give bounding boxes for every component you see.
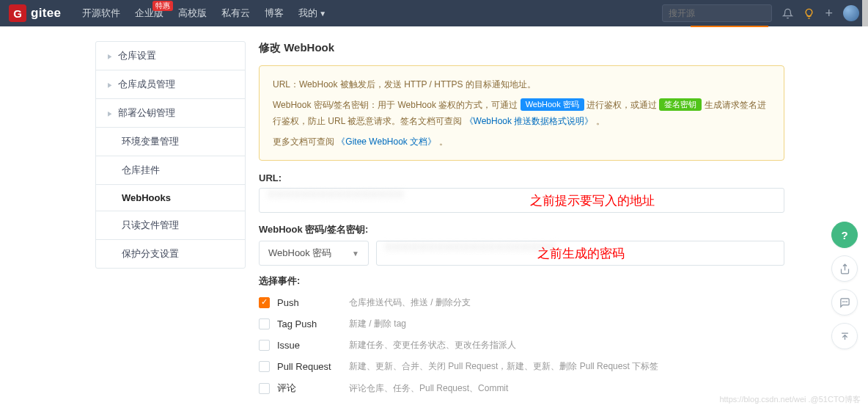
enterprise-badge: 特惠 [152,1,173,11]
link-push-format[interactable]: 《WebHook 推送数据格式说明》 [465,116,594,126]
avatar[interactable] [843,5,859,21]
events-list: Push仓库推送代码、推送 / 删除分支Tag Push新建 / 删除 tagI… [259,292,784,399]
svg-point-0 [842,301,843,302]
url-input[interactable]: XXXXXXXXXXXXXXXX [259,188,784,213]
sidebar-item-2[interactable]: ▸部署公钥管理 [96,99,245,128]
bell-icon[interactable] [782,8,793,19]
sidebar-item-7[interactable]: 保护分支设置 [96,240,245,268]
event-name: Push [277,297,349,308]
main-content: 修改 WebHook URL：WebHook 被触发后，发送 HTTP / HT… [259,41,784,408]
password-label: WebHook 密码/签名密钥: [259,223,784,236]
event-checkbox[interactable] [259,297,270,308]
sidebar-item-label: 仓库成员管理 [118,78,175,91]
caret-down-icon: ▼ [319,10,326,18]
event-row-3: Pull Request新建、更新、合并、关闭 Pull Request，新建、… [259,356,784,377]
svg-point-2 [846,301,847,302]
sidebar-item-label: 部署公钥管理 [118,106,175,120]
share-button[interactable] [831,255,858,282]
info-box: URL：WebHook 被触发后，发送 HTTP / HTTPS 的目标通知地址… [259,65,784,161]
sidebar-item-label: 仓库挂件 [122,164,160,177]
event-name: 评论 [277,382,349,395]
sidebar-item-4[interactable]: 仓库挂件 [96,156,245,185]
event-row-2: Issue新建任务、变更任务状态、更改任务指派人 [259,335,784,356]
nav-blog[interactable]: 博客 [258,7,290,20]
chevron-right-icon: ▸ [108,107,112,120]
chevron-right-icon: ▸ [108,79,112,91]
sidebar-item-label: 环境变量管理 [122,135,179,148]
event-desc: 评论仓库、任务、Pull Request、Commit [349,382,508,395]
link-webhook-docs[interactable]: 《Gitee WebHook 文档》 [336,136,436,147]
top-nav: 开源软件 企业版特惠 高校版 私有云 博客 我的▼ [76,7,333,20]
event-row-1: Tag Push新建 / 删除 tag [259,313,784,335]
sidebar-item-1[interactable]: ▸仓库成员管理 [96,70,245,99]
nav-opensource[interactable]: 开源软件 [76,7,127,20]
sidebar-item-6[interactable]: 只读文件管理 [96,211,245,240]
svg-point-1 [845,301,845,302]
info-line-url: URL：WebHook 被触发后，发送 HTTP / HTTPS 的目标通知地址… [273,76,770,92]
feedback-button[interactable] [831,289,858,316]
sidebar-item-3[interactable]: 环境变量管理 [96,128,245,156]
nav-edu[interactable]: 高校版 [172,7,213,20]
nav-mine-label: 我的 [298,7,317,18]
event-name: Tag Push [277,318,349,329]
search-input[interactable] [662,4,772,22]
pill-sign-key: 签名密钥 [659,98,702,111]
caret-down-icon: ▼ [352,249,359,258]
help-button[interactable]: ? [831,222,858,248]
sidebar-item-0[interactable]: ▸仓库设置 [96,42,245,70]
sidebar-item-label: 保护分支设置 [122,247,179,261]
nav-enterprise[interactable]: 企业版特惠 [128,7,170,20]
info-line-auth: WebHook 密码/签名密钥：用于 WebHook 鉴权的方式，可通过 Web… [273,97,770,129]
sidebar-item-label: 只读文件管理 [122,219,179,232]
event-checkbox[interactable] [259,383,270,394]
password-input[interactable]: XXXXXXXXXXXXXXXXXXXX [376,241,784,266]
float-buttons: ? [831,222,858,349]
events-label: 选择事件: [259,274,784,288]
topbar: G gitee 开源软件 企业版特惠 高校版 私有云 博客 我的▼ + [0,0,868,26]
nav-private[interactable]: 私有云 [215,7,257,20]
event-checkbox[interactable] [259,361,270,372]
event-desc: 仓库推送代码、推送 / 删除分支 [349,296,471,309]
event-name: Issue [277,340,349,351]
sidebar-item-label: 仓库设置 [118,49,156,62]
event-desc: 新建、更新、合并、关闭 Pull Request，新建、更新、删除 Pull R… [349,360,658,373]
event-checkbox[interactable] [259,318,270,329]
sidebar-item-5[interactable]: WebHooks [96,185,245,211]
lightbulb-icon[interactable] [803,8,814,19]
event-checkbox[interactable] [259,340,270,351]
url-label: URL: [259,172,784,183]
sidebar-item-label: WebHooks [122,192,171,203]
event-row-0: Push仓库推送代码、推送 / 删除分支 [259,292,784,313]
auth-type-select[interactable]: WebHook 密码 ▼ [259,241,369,266]
gitee-logo-icon[interactable]: G [9,4,26,22]
topbar-right: + [662,4,859,22]
plus-icon[interactable]: + [825,6,833,21]
scrollbar[interactable] [862,0,868,26]
watermark: https://blog.csdn.net/wei .@51CTO博客 [719,394,861,405]
info-line-docs: 更多文档可查阅 《Gitee WebHook 文档》 。 [273,134,770,150]
event-desc: 新建 / 删除 tag [349,318,406,330]
auth-type-value: WebHook 密码 [268,247,331,260]
event-name: Pull Request [277,361,349,372]
nav-mine[interactable]: 我的▼ [292,7,333,20]
page-title: 修改 WebHook [259,41,784,55]
active-indicator [691,26,768,27]
event-desc: 新建任务、变更任务状态、更改任务指派人 [349,339,516,351]
pill-webhook-pwd: WebHook 密码 [521,98,584,111]
back-to-top-button[interactable] [831,323,858,349]
event-row-4: 评论评论仓库、任务、Pull Request、Commit [259,377,784,399]
chevron-right-icon: ▸ [108,50,112,62]
sidebar: ▸仓库设置▸仓库成员管理▸部署公钥管理环境变量管理仓库挂件WebHooks只读文… [95,41,246,269]
brand-text[interactable]: gitee [31,6,61,21]
